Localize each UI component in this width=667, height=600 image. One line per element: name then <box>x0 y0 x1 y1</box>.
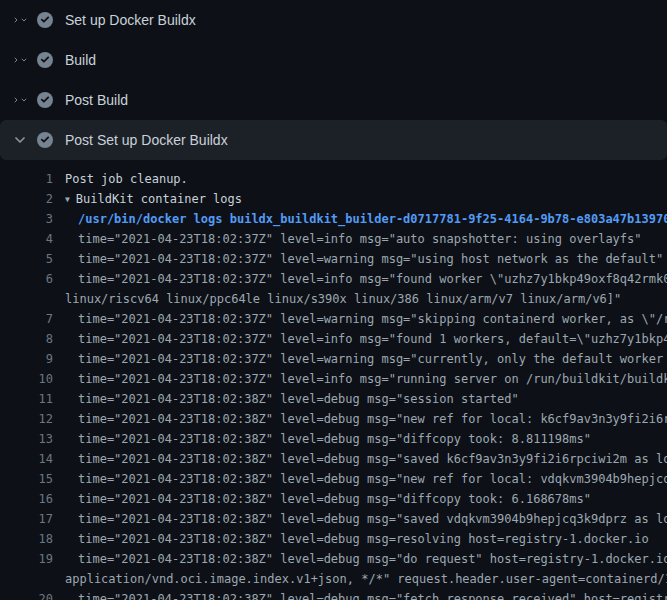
log-line-number[interactable]: 9 <box>0 349 65 369</box>
log-line: 18 time="2021-04-23T18:02:38Z" level=deb… <box>0 529 667 549</box>
step-row-post-set-up-docker-buildx[interactable]: Post Set up Docker Buildx <box>0 120 667 160</box>
log-line-text: /usr/bin/docker logs buildx_buildkit_bui… <box>65 209 667 229</box>
workflow-log-viewer: Set up Docker Buildx Build <box>0 0 667 600</box>
log-line: 11 time="2021-04-23T18:02:38Z" level=deb… <box>0 389 667 409</box>
check-circle-icon <box>37 132 53 148</box>
log-line-text: ▼BuildKit container logs <box>65 189 242 209</box>
log-line-text: time="2021-04-23T18:02:38Z" level=debug … <box>65 389 519 409</box>
log-line-number[interactable]: 6 <box>0 269 65 289</box>
log-line-number[interactable]: 11 <box>0 389 65 409</box>
log-line: 16 time="2021-04-23T18:02:38Z" level=deb… <box>0 489 667 509</box>
step-row-post-build[interactable]: Post Build <box>0 80 667 120</box>
log-line-number[interactable]: 17 <box>0 509 65 529</box>
step-label: Post Set up Docker Buildx <box>65 132 228 148</box>
chevron-down-icon <box>20 12 28 28</box>
chevron-right-icon <box>12 92 20 108</box>
log-line-text: time="2021-04-23T18:02:37Z" level=warnin… <box>65 349 667 369</box>
log-line-number[interactable]: 7 <box>0 309 65 329</box>
log-line: linux/riscv64 linux/ppc64le linux/s390x … <box>0 289 667 309</box>
log-line-text: time="2021-04-23T18:02:38Z" level=debug … <box>65 529 649 549</box>
triangle-down-icon: ▼ <box>65 195 70 204</box>
log-line: application/vnd.oci.image.index.v1+json,… <box>0 569 667 589</box>
log-line-text: time="2021-04-23T18:02:37Z" level=warnin… <box>65 249 663 269</box>
log-line: 10 time="2021-04-23T18:02:37Z" level=inf… <box>0 369 667 389</box>
log-line: 19 time="2021-04-23T18:02:38Z" level=deb… <box>0 549 667 569</box>
chevron-right-icon <box>12 52 20 68</box>
chevron-down-icon <box>20 92 28 108</box>
log-line-number[interactable]: 13 <box>0 429 65 449</box>
step-label: Post Build <box>65 92 128 108</box>
step-list: Set up Docker Buildx Build <box>0 0 667 160</box>
log-line-text: time="2021-04-23T18:02:38Z" level=debug … <box>65 509 667 529</box>
log-line-number[interactable]: 15 <box>0 469 65 489</box>
check-circle-icon <box>37 12 53 28</box>
log-line-number <box>0 569 65 589</box>
log-line: 3 /usr/bin/docker logs buildx_buildkit_b… <box>0 209 667 229</box>
log-line-number[interactable]: 14 <box>0 449 65 469</box>
log-line-text: time="2021-04-23T18:02:37Z" level=info m… <box>65 229 642 249</box>
log-line: 12 time="2021-04-23T18:02:38Z" level=deb… <box>0 409 667 429</box>
log-line-text: time="2021-04-23T18:02:37Z" level=warnin… <box>65 309 667 329</box>
log-line-number[interactable]: 19 <box>0 549 65 569</box>
log-line-text: time="2021-04-23T18:02:38Z" level=debug … <box>65 409 667 429</box>
log-line: 5 time="2021-04-23T18:02:37Z" level=warn… <box>0 249 667 269</box>
log-line: 8 time="2021-04-23T18:02:37Z" level=info… <box>0 329 667 349</box>
log-line: 9 time="2021-04-23T18:02:37Z" level=warn… <box>0 349 667 369</box>
step-row-set-up-docker-buildx[interactable]: Set up Docker Buildx <box>0 0 667 40</box>
log-output: 1 Post job cleanup. 2 ▼BuildKit containe… <box>0 160 667 600</box>
chevron-down-icon <box>12 132 28 148</box>
check-circle-icon <box>37 52 53 68</box>
log-line-text: time="2021-04-23T18:02:37Z" level=info m… <box>65 369 667 389</box>
log-line: 1 Post job cleanup. <box>0 169 667 189</box>
log-line-text: Post job cleanup. <box>65 169 188 189</box>
log-line: 13 time="2021-04-23T18:02:38Z" level=deb… <box>0 429 667 449</box>
log-line-number[interactable]: 3 <box>0 209 65 229</box>
log-line-text: time="2021-04-23T18:02:38Z" level=debug … <box>65 469 667 489</box>
log-line-text: time="2021-04-23T18:02:38Z" level=debug … <box>65 549 667 569</box>
log-line: 20 time="2021-04-23T18:02:38Z" level=deb… <box>0 589 667 600</box>
log-line-text: time="2021-04-23T18:02:38Z" level=debug … <box>65 489 591 509</box>
log-line-number[interactable]: 18 <box>0 529 65 549</box>
check-circle-icon <box>37 92 53 108</box>
log-line: 6 time="2021-04-23T18:02:37Z" level=info… <box>0 269 667 289</box>
log-line-text: time="2021-04-23T18:02:37Z" level=info m… <box>65 329 667 349</box>
log-group-toggle[interactable]: 2 ▼BuildKit container logs <box>0 189 667 209</box>
log-line-text: time="2021-04-23T18:02:37Z" level=info m… <box>65 269 667 289</box>
log-line: 15 time="2021-04-23T18:02:38Z" level=deb… <box>0 469 667 489</box>
log-line-number <box>0 289 65 309</box>
log-line-text: time="2021-04-23T18:02:38Z" level=debug … <box>65 449 667 469</box>
step-label: Build <box>65 52 96 68</box>
log-line-text: linux/riscv64 linux/ppc64le linux/s390x … <box>65 289 621 309</box>
log-line: 14 time="2021-04-23T18:02:38Z" level=deb… <box>0 449 667 469</box>
log-line-text: application/vnd.oci.image.index.v1+json,… <box>65 569 667 589</box>
log-line-number[interactable]: 12 <box>0 409 65 429</box>
log-line-text: time="2021-04-23T18:02:38Z" level=debug … <box>65 429 591 449</box>
log-line-number[interactable]: 10 <box>0 369 65 389</box>
log-line-text: time="2021-04-23T18:02:38Z" level=debug … <box>65 589 667 600</box>
log-line-number[interactable]: 8 <box>0 329 65 349</box>
step-label: Set up Docker Buildx <box>65 12 196 28</box>
log-line-number[interactable]: 2 <box>0 189 65 209</box>
log-line: 4 time="2021-04-23T18:02:37Z" level=info… <box>0 229 667 249</box>
step-row-build[interactable]: Build <box>0 40 667 80</box>
log-line: 17 time="2021-04-23T18:02:38Z" level=deb… <box>0 509 667 529</box>
log-line: 7 time="2021-04-23T18:02:37Z" level=warn… <box>0 309 667 329</box>
log-line-number[interactable]: 16 <box>0 489 65 509</box>
log-line-number[interactable]: 20 <box>0 589 65 600</box>
log-line-number[interactable]: 5 <box>0 249 65 269</box>
chevron-down-icon <box>20 52 28 68</box>
chevron-right-icon <box>12 12 20 28</box>
log-line-number[interactable]: 4 <box>0 229 65 249</box>
log-line-number[interactable]: 1 <box>0 169 65 189</box>
